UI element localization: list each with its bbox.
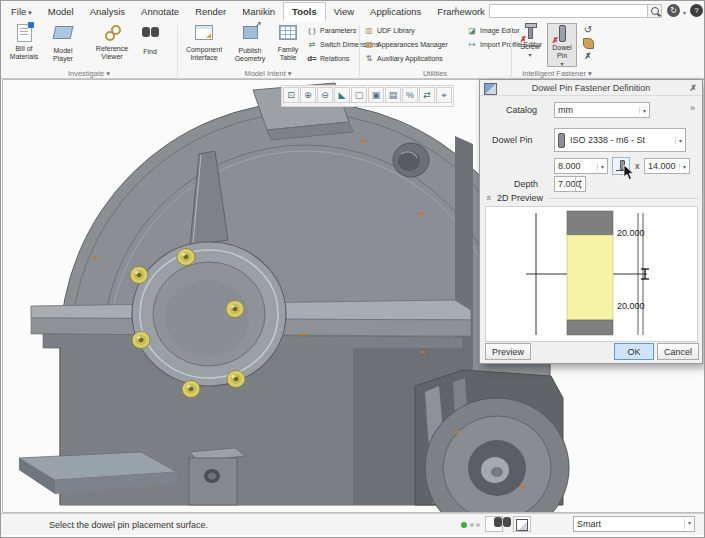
udf-library-icon: ▥ <box>364 26 374 35</box>
udf-library-button[interactable]: ▥ UDF Library <box>364 24 415 37</box>
sync-icon[interactable]: ↻ <box>667 4 680 17</box>
browser-toggle[interactable] <box>25 516 43 532</box>
display-style-icon[interactable]: ▢ <box>351 87 367 103</box>
dowel-pin-label: Dowel Pin <box>492 135 533 145</box>
preview-section-label[interactable]: 2D Preview <box>497 193 543 203</box>
expand-panel-icon[interactable]: » <box>690 103 695 113</box>
length-dropdown[interactable]: 14.000▾ <box>644 158 690 174</box>
refit-icon[interactable]: ⊡ <box>283 87 299 103</box>
chevron-down-icon: ▾ <box>639 107 646 114</box>
red-x-icon: ✗ <box>552 37 559 45</box>
standard-dropdown[interactable]: ISO 2338 - m6 - St▾ <box>554 128 686 152</box>
mouse-cursor <box>623 164 635 181</box>
datum-display-filters-icon[interactable]: % <box>402 87 418 103</box>
status-gray-dot <box>476 523 480 527</box>
chevron-down-icon: ▾ <box>675 137 682 144</box>
application-window: File▾ Model Analysis Annotate Render Man… <box>0 0 705 538</box>
appearances-manager-icon: ▧ <box>364 40 374 49</box>
zoom-out-icon[interactable]: ⊖ <box>317 87 333 103</box>
depth-label: Depth <box>514 179 538 189</box>
dowel-pin-button[interactable]: ✗ Dowel Pin ▾ <box>547 23 577 67</box>
tab-file[interactable]: File▾ <box>3 2 40 21</box>
fastener-appearance-button[interactable] <box>581 37 595 49</box>
tab-render[interactable]: Render <box>187 2 234 21</box>
screw-icon <box>528 24 533 39</box>
parameters-icon: ( ) <box>307 26 317 35</box>
pin-body <box>567 235 613 320</box>
sync-dropdown-caret-icon[interactable]: ▾ <box>683 9 686 16</box>
search-icon <box>651 7 659 15</box>
status-gray-dot <box>470 523 474 527</box>
diameter-dropdown[interactable]: 8.000▾ <box>554 158 608 174</box>
dimension-bottom: 20.000 <box>617 301 645 311</box>
command-search-input[interactable] <box>489 4 651 18</box>
spin-down-icon[interactable]: ▾ <box>579 184 582 190</box>
tab-strip: File▾ Model Analysis Annotate Render Man… <box>3 2 493 21</box>
tab-analysis[interactable]: Analysis <box>82 2 133 21</box>
ok-button[interactable]: OK <box>614 343 654 360</box>
menubar: File▾ Model Analysis Annotate Render Man… <box>1 1 705 22</box>
family-table-icon <box>279 25 297 40</box>
dialog-icon <box>484 83 497 95</box>
spin-center-icon[interactable]: ⌖ <box>436 87 452 103</box>
chevron-down-icon: ▾ <box>28 9 32 16</box>
fastener-delete-button[interactable]: ✗ <box>581 51 595 63</box>
chevron-down-icon: ▾ <box>515 51 545 59</box>
switch-dimensions-icon: ⇄ <box>307 40 317 49</box>
search-button[interactable] <box>647 4 662 18</box>
view-manager-icon[interactable]: ▤ <box>385 87 401 103</box>
reference-viewer-icon <box>104 24 120 40</box>
collapse-ribbon-icon[interactable]: ∧ <box>453 5 459 14</box>
annotation-display-icon[interactable]: ⇄ <box>419 87 435 103</box>
in-graphics-toolbar: ⊡ ⊕ ⊖ ◣ ▢ ▣ ▤ % ⇄ ⌖ <box>281 85 454 107</box>
relations-icon: d= <box>307 54 317 63</box>
repaint-icon[interactable]: ◣ <box>334 87 350 103</box>
help-icon[interactable]: ? <box>690 4 703 17</box>
import-profile-editor-icon: ↦ <box>467 40 477 49</box>
chevron-down-icon: ▾ <box>684 519 691 529</box>
reference-viewer-button[interactable]: Reference Viewer <box>89 23 135 67</box>
appearances-manager-button[interactable]: ▧ Appearances Manager <box>364 38 448 51</box>
preview-button[interactable]: Preview <box>485 343 531 360</box>
model-player-button[interactable]: Model Player <box>45 23 81 67</box>
catalog-dropdown[interactable]: mm▾ <box>554 102 650 118</box>
tab-model[interactable]: Model <box>40 2 82 21</box>
statusbar: Select the dowel pin placement surface. … <box>1 513 705 535</box>
publish-geometry-icon <box>243 26 258 39</box>
publish-geometry-button[interactable]: Publish Geometry <box>229 23 271 67</box>
auxiliary-applications-button[interactable]: ⇅ Auxiliary Applications <box>364 52 443 65</box>
bill-of-materials-button[interactable]: Bill of Materials <box>4 23 44 67</box>
spin-up-icon[interactable]: ▴ <box>579 177 582 183</box>
dowel-pin-icon <box>559 25 566 42</box>
saved-orientations-icon[interactable]: ▣ <box>368 87 384 103</box>
parameters-button[interactable]: ( ) Parameters <box>307 24 356 37</box>
status-message: Select the dowel pin placement surface. <box>49 520 208 530</box>
section-collapse-icon[interactable]: « <box>484 195 494 200</box>
close-icon[interactable]: ✗ <box>689 83 697 93</box>
family-table-button[interactable]: Family Table <box>273 23 303 67</box>
component-interface-button[interactable]: Component Interface <box>181 23 227 67</box>
relations-button[interactable]: d= Relations <box>307 52 349 65</box>
times-label: x <box>635 161 640 171</box>
tab-applications[interactable]: Applications <box>362 2 429 21</box>
find-button[interactable]: Find <box>137 23 163 67</box>
screw-button[interactable]: ✗ Screw ▾ <box>515 23 545 67</box>
cancel-button[interactable]: Cancel <box>657 343 699 360</box>
fastener-redefine-button[interactable]: ↺ <box>581 24 595 36</box>
zoom-in-icon[interactable]: ⊕ <box>300 87 316 103</box>
find-icon <box>142 27 159 39</box>
clipboard-button[interactable] <box>513 516 531 532</box>
tab-annotate[interactable]: Annotate <box>133 2 187 21</box>
tab-manikin[interactable]: Manikin <box>234 2 283 21</box>
dowel-pin-icon <box>558 133 565 148</box>
chevron-down-icon: ▾ <box>548 60 576 68</box>
depth-spinner[interactable]: 7.000 ▴▾ <box>554 176 586 192</box>
tab-framework[interactable]: Framework <box>429 2 493 21</box>
search-model-button[interactable] <box>485 516 503 532</box>
selection-filter-dropdown[interactable]: Smart▾ <box>573 516 695 532</box>
model-tree-toggle[interactable] <box>5 516 23 532</box>
tab-view[interactable]: View <box>326 2 362 21</box>
dowel-pin-fastener-dialog: Dowel Pin Fastener Definition ✗ Catalog … <box>479 79 703 364</box>
red-x-icon: ✗ <box>520 36 527 44</box>
tab-tools[interactable]: Tools <box>283 2 326 21</box>
